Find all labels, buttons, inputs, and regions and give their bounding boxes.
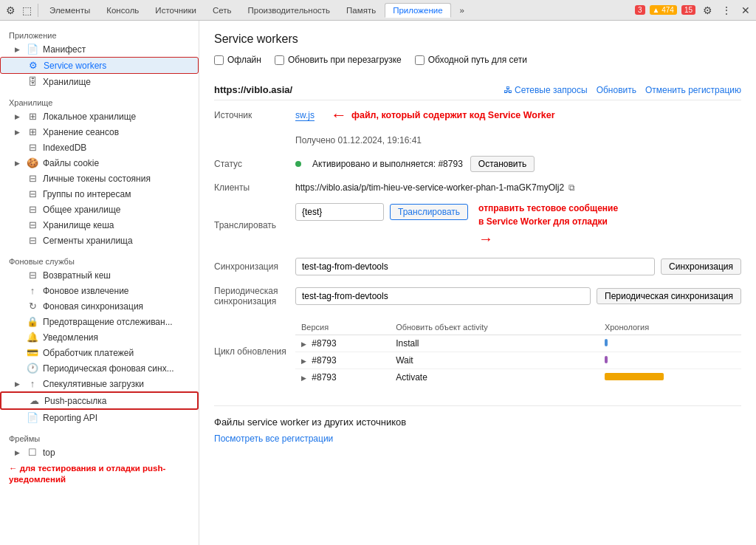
tab-network[interactable]: Сеть [205, 4, 239, 17]
issues-badge[interactable]: 15 [681, 5, 695, 15]
inspect-icon[interactable]: ⬚ [19, 3, 34, 18]
sidebar-item-push-messaging[interactable]: ☁ Push-рассылка [0, 391, 199, 410]
sidebar-item-storage-buckets[interactable]: ⊟ Сегменты хранилища [0, 233, 199, 248]
sidebar-item-interest-groups[interactable]: ⊟ Группы по интересам [0, 186, 199, 202]
row-arrow[interactable]: ▶ [301, 357, 306, 365]
tab-console[interactable]: Консоль [99, 4, 146, 17]
broadcast-input[interactable] [295, 203, 384, 221]
pt-label: Личные токены состояния [43, 174, 151, 184]
sidebar-item-speculative-loads[interactable]: ▶ ↑ Спекулятивные загрузки [0, 376, 199, 391]
tab-sources[interactable]: Источники [148, 4, 204, 17]
unregister-btn[interactable]: Отменить регистрацию [645, 85, 741, 95]
update-reload-checkbox[interactable] [275, 55, 284, 65]
sidebar-item-back-forward-cache[interactable]: ⊟ Возвратный кеш [0, 267, 199, 283]
broadcast-arrow-row: → [478, 230, 618, 247]
sidebar-item-top[interactable]: ▶ ☐ top [0, 445, 199, 460]
network-icon: 🖧 [504, 85, 512, 95]
sidebar-item-service-workers[interactable]: ⚙ Service workers [0, 57, 199, 74]
update-btn[interactable]: Обновить [597, 85, 636, 95]
view-registrations-link[interactable]: Посмотреть все регистрации [214, 433, 741, 444]
sidebar-item-storage[interactable]: 🗄 Хранилище [0, 74, 199, 89]
sl-icon: ↑ [27, 378, 38, 389]
broadcast-arrow-icon: → [478, 230, 493, 247]
sidebar-item-manifest[interactable]: ▶ 📄 Манифест [0, 41, 199, 57]
sidebar-item-indexeddb[interactable]: ⊟ IndexedDB [0, 140, 199, 155]
tab-performance[interactable]: Производительность [240, 4, 337, 17]
settings-icon[interactable]: ⚙ [700, 3, 715, 18]
sw-url-text: https://viblo.asia/ [214, 84, 292, 95]
sync-input[interactable] [295, 258, 655, 275]
sync-button[interactable]: Синхронизация [661, 258, 741, 275]
tab-memory[interactable]: Память [339, 4, 383, 17]
broadcast-annotation-text: отправить тестовое сообщение [478, 203, 618, 215]
offline-option[interactable]: Офлайн [214, 55, 261, 65]
periodic-input[interactable] [295, 287, 591, 305]
sidebar-item-periodic-bg-sync[interactable]: 🕐 Периодическая фоновая синх... [0, 360, 199, 376]
cycle-value: Версия Обновить объект activity Хронолог… [295, 312, 741, 391]
bypass-network-option[interactable]: Обходной путь для сети [415, 55, 527, 65]
tab-more[interactable]: » [453, 4, 472, 17]
push-annotation: ← для тестирования и отладки push-уведом… [0, 460, 199, 488]
bf-icon: ↑ [27, 285, 38, 296]
ig-label: Группы по интересам [43, 189, 131, 199]
sl-label: Спекулятивные загрузки [43, 379, 144, 389]
more-icon[interactable]: ⋮ [719, 3, 734, 18]
sidebar-item-background-sync[interactable]: ↻ Фоновая синхронизация [0, 298, 199, 314]
version-cell: ▶ #8793 [295, 352, 390, 369]
idb-label: IndexedDB [43, 143, 86, 153]
ph-icon: 💳 [27, 347, 38, 358]
sidebar-item-reporting-api[interactable]: 📄 Reporting API [0, 410, 199, 425]
open-clients-icon[interactable]: ⧉ [568, 182, 575, 193]
sidebar-item-background-fetch[interactable]: ↑ Фоновое извлечение [0, 283, 199, 298]
cs-label: Хранилище кеша [43, 220, 114, 230]
ss-arrow: ▶ [15, 128, 22, 136]
sidebar-item-cookies[interactable]: ▶ 🍪 Файлы cookie [0, 155, 199, 171]
tab-application[interactable]: Приложение [385, 3, 450, 18]
sidebar-item-payment-handler[interactable]: 💳 Обработчик платежей [0, 345, 199, 360]
col-activity: Обновить объект activity [390, 320, 599, 335]
devtools-icon[interactable]: ⚙ [3, 3, 18, 18]
cs-icon: ⊟ [27, 219, 38, 230]
ls-icon: ⊞ [27, 111, 38, 122]
storage-label: Хранилище [43, 77, 91, 87]
row-arrow[interactable]: ▶ [301, 374, 306, 382]
timeline-cell [599, 335, 741, 352]
clients-url: https://viblo.asia/p/tim-hieu-ve-service… [295, 182, 564, 193]
top-icon: ☐ [27, 447, 38, 458]
tab-elements[interactable]: Элементы [42, 4, 97, 17]
sw-icon: ⚙ [27, 60, 39, 71]
top-label: top [43, 448, 55, 458]
sidebar-item-bounce-tracking[interactable]: 🔒 Предотвращение отслеживан... [0, 314, 199, 329]
sidebar-item-notifications[interactable]: 🔔 Уведомления [0, 329, 199, 345]
sync-input-group: Синхронизация [295, 258, 741, 275]
network-requests-btn[interactable]: 🖧 Сетевые запросы [504, 85, 588, 95]
sidebar-item-session-storage[interactable]: ▶ ⊞ Хранение сеансов [0, 124, 199, 140]
clients-label: Клиенты [214, 177, 295, 198]
error-badge[interactable]: 3 [635, 5, 645, 15]
sidebar-item-cache-storage[interactable]: ⊟ Хранилище кеша [0, 217, 199, 233]
sidebar-item-shared-storage[interactable]: ⊟ Общее хранилище [0, 202, 199, 217]
storage-icon: 🗄 [27, 76, 38, 87]
received-label [214, 135, 295, 145]
stop-button[interactable]: Остановить [470, 156, 535, 172]
bf-label: Фоновое извлечение [43, 286, 129, 296]
row-arrow[interactable]: ▶ [301, 340, 306, 348]
sw-url-bar: https://viblo.asia/ 🖧 Сетевые запросы Об… [214, 78, 741, 100]
offline-checkbox[interactable] [214, 55, 224, 65]
sidebar-item-private-tokens[interactable]: ⊟ Личные токены состояния [0, 171, 199, 186]
close-icon[interactable]: ✕ [738, 3, 753, 18]
c-label: Файлы cookie [43, 158, 99, 168]
sidebar-item-local-storage[interactable]: ▶ ⊞ Локальное хранилище [0, 109, 199, 124]
broadcast-button[interactable]: Транслировать [390, 204, 468, 220]
source-link[interactable]: sw.js [295, 110, 315, 121]
update-on-reload-option[interactable]: Обновить при перезагрузке [275, 55, 402, 65]
page-title: Service workers [214, 32, 741, 46]
periodic-sync-button[interactable]: Периодическая синхронизация [597, 288, 741, 304]
offline-label: Офлайн [227, 55, 261, 65]
manifest-label: Манифест [43, 44, 86, 55]
arrow-icon: ▶ [15, 46, 22, 53]
bypass-network-checkbox[interactable] [415, 55, 425, 65]
table-row: ▶ #8793 Activate [295, 369, 741, 386]
version-cell: ▶ #8793 [295, 369, 390, 386]
bt-label: Предотвращение отслеживан... [43, 317, 173, 327]
